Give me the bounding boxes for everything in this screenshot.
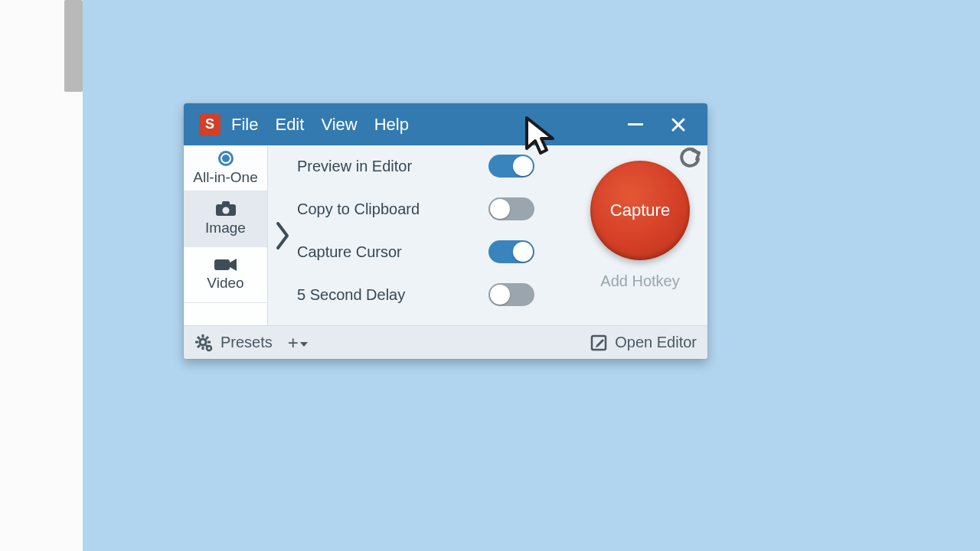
option-copy-to-clipboard: Copy to Clipboard [297,197,573,220]
gear-icon[interactable] [194,334,213,352]
option-label: Copy to Clipboard [297,201,488,218]
expand-options-chevron[interactable] [268,145,297,325]
tab-image[interactable]: Image [184,191,267,247]
tab-label: Video [207,275,243,292]
toggle-copy-to-clipboard[interactable] [488,197,534,220]
add-hotkey-label[interactable]: Add Hotkey [600,272,679,290]
option-five-second-delay: 5 Second Delay [297,283,573,306]
dropdown-caret-icon [300,342,308,347]
svg-point-13 [207,346,211,350]
menu-edit[interactable]: Edit [275,115,304,135]
svg-line-11 [206,337,208,339]
option-label: Preview in Editor [297,158,488,175]
capture-mode-sidebar: All-in-One Image Video [184,145,268,325]
menu-view[interactable]: View [321,115,357,135]
open-editor-button[interactable]: Open Editor [615,334,697,351]
capture-panel: Capture Add Hotkey [573,145,707,325]
svg-rect-3 [214,259,230,270]
video-icon [214,258,237,272]
titlebar[interactable]: S File Edit View Help [184,103,707,145]
background-window-edge [0,0,83,551]
tab-label: All-in-One [193,169,257,186]
window-body: All-in-One Image Video Preview in Editor [184,145,707,325]
option-label: Capture Cursor [297,243,488,261]
svg-line-12 [198,345,200,347]
window-controls [628,117,700,132]
option-preview-in-editor: Preview in Editor [297,155,573,178]
close-icon[interactable] [671,117,686,132]
plus-icon: + [288,334,299,352]
camera-icon [215,201,237,217]
option-label: 5 Second Delay [297,286,488,304]
tab-all-in-one[interactable]: All-in-One [184,145,267,191]
add-preset-button[interactable]: + [288,334,308,352]
radio-icon [218,151,234,166]
toggle-five-second-delay[interactable] [488,283,534,306]
scrollbar-thumb[interactable] [64,0,83,92]
tab-video[interactable]: Video [184,247,267,303]
footer-left: Presets + [194,334,308,352]
snagit-capture-window: S File Edit View Help All-in-One Image [184,103,707,359]
presets-button[interactable]: Presets [220,334,273,351]
footer-right: Open Editor [590,334,697,351]
svg-rect-1 [222,201,230,206]
reset-icon[interactable] [678,147,701,170]
toggle-preview-in-editor[interactable] [488,155,534,178]
tab-label: Image [205,220,246,236]
svg-point-4 [200,339,206,345]
menu-file[interactable]: File [231,115,258,135]
open-editor-icon [590,334,607,351]
capture-options: Preview in Editor Copy to Clipboard Capt… [297,145,573,325]
app-logo-icon: S [199,114,220,135]
svg-point-2 [222,207,229,214]
svg-line-9 [198,337,200,339]
minimize-icon[interactable] [628,123,643,126]
footer-bar: Presets + Open Editor [184,325,707,359]
capture-button[interactable]: Capture [590,161,690,260]
menu-help[interactable]: Help [374,115,409,135]
option-capture-cursor: Capture Cursor [297,240,573,263]
menu-bar: File Edit View Help [231,115,409,135]
toggle-capture-cursor[interactable] [488,240,534,263]
